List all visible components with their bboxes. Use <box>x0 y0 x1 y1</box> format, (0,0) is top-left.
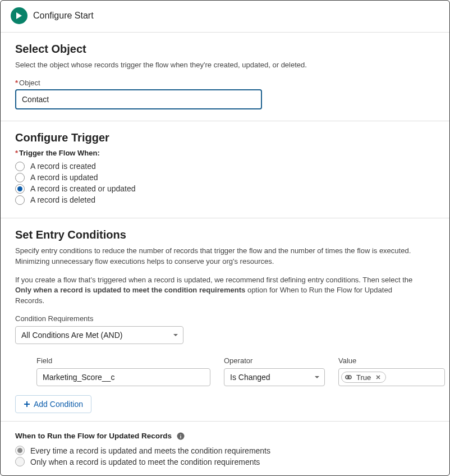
svg-point-1 <box>348 376 351 379</box>
when-run-every-time[interactable]: Every time a record is updated and meets… <box>15 446 435 455</box>
panel-header: Configure Start <box>1 1 449 33</box>
condition-field-col: Field <box>36 356 210 386</box>
radio-icon <box>15 195 25 205</box>
start-icon <box>11 7 27 24</box>
configure-trigger-section: Configure Trigger *Trigger the Flow When… <box>1 121 449 218</box>
entry-conditions-help-2: If you create a flow that's triggered wh… <box>15 275 419 307</box>
add-condition-button[interactable]: Add Condition <box>15 395 91 413</box>
select-object-title: Select Object <box>15 43 435 56</box>
resource-icon <box>344 373 353 382</box>
trigger-option-updated[interactable]: A record is updated <box>15 173 435 182</box>
configure-start-panel: Configure Start Select Object Select the… <box>0 0 450 476</box>
value-pill: True <box>341 372 386 383</box>
select-object-help: Select the object whose records trigger … <box>15 60 374 71</box>
radio-icon <box>15 446 25 455</box>
trigger-option-created-or-updated[interactable]: A record is created or updated <box>15 184 435 194</box>
radio-icon <box>15 184 25 194</box>
panel-title: Configure Start <box>33 11 94 21</box>
entry-conditions-title: Set Entry Conditions <box>15 228 435 241</box>
trigger-option-created[interactable]: A record is created <box>15 162 435 171</box>
trigger-option-deleted[interactable]: A record is deleted <box>15 195 435 205</box>
condition-field-input[interactable] <box>36 368 210 386</box>
condition-operator-select[interactable]: Is Changed <box>224 368 325 386</box>
condition-operator-col: Operator Is Changed <box>224 356 325 386</box>
entry-conditions-section: Set Entry Conditions Specify entry condi… <box>1 218 449 421</box>
when-run-only-when-updated[interactable]: Only when a record is updated to meet th… <box>15 457 435 466</box>
condition-requirements-label: Condition Requirements <box>15 314 435 323</box>
entry-conditions-help-1: Specify entry conditions to reduce the n… <box>15 246 419 267</box>
when-to-run-title: When to Run the Flow for Updated Records <box>15 432 172 440</box>
condition-value-col: Value True <box>338 356 445 386</box>
chevron-down-icon <box>173 333 178 337</box>
when-to-run-radio-group: Every time a record is updated and meets… <box>15 446 435 466</box>
remove-value-button[interactable] <box>374 373 382 381</box>
trigger-radio-group: A record is created A record is updated … <box>15 162 435 205</box>
condition-value-input[interactable]: True <box>338 368 445 386</box>
info-icon[interactable]: i <box>176 432 185 440</box>
radio-icon <box>15 457 25 466</box>
condition-requirements-select[interactable]: All Conditions Are Met (AND) <box>15 326 183 344</box>
trigger-when-label: *Trigger the Flow When: <box>15 149 435 157</box>
chevron-down-icon <box>314 376 320 379</box>
plus-icon <box>24 401 30 408</box>
when-to-run-section: When to Run the Flow for Updated Records… <box>1 422 449 474</box>
object-field-label: *Object <box>15 79 435 87</box>
configure-trigger-title: Configure Trigger <box>15 131 435 144</box>
radio-icon <box>15 173 25 182</box>
select-object-section: Select Object Select the object whose re… <box>1 33 449 121</box>
condition-row: Field Operator Is Changed Value Tru <box>15 356 435 386</box>
svg-text:i: i <box>180 433 181 439</box>
object-input[interactable] <box>15 89 262 109</box>
radio-icon <box>15 162 25 171</box>
